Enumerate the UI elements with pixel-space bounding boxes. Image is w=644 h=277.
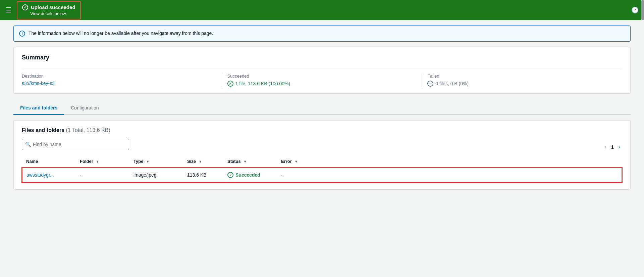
info-banner: i The information below will no longer b… bbox=[13, 26, 631, 42]
type-sort-icon: ▼ bbox=[146, 159, 150, 164]
row-check-icon bbox=[227, 172, 233, 178]
destination-link[interactable]: s3://kms-key-s3 bbox=[22, 81, 55, 86]
pagination-current: 1 bbox=[611, 144, 614, 150]
hamburger-icon[interactable]: ☰ bbox=[5, 6, 11, 14]
col-type-header[interactable]: Type ▼ bbox=[129, 155, 183, 168]
files-card-title: Files and folders (1 Total, 113.6 KB) bbox=[22, 127, 622, 133]
upload-notification: Upload succeeded View details below. bbox=[17, 1, 81, 19]
cell-size: 113.6 KB bbox=[183, 168, 223, 182]
files-table: Name Folder ▼ Type ▼ Size ▼ bbox=[22, 155, 622, 183]
status-succeeded-badge: Succeeded bbox=[227, 172, 273, 178]
notification-title: Upload succeeded bbox=[31, 4, 75, 10]
search-container: 🔍 bbox=[22, 139, 129, 150]
top-bar: ☰ Upload succeeded View details below. 🕐 bbox=[0, 0, 644, 20]
table-row: awsstudygr... - image/jpeg 113.6 KB Succ… bbox=[22, 168, 622, 182]
destination-col: Destination s3://kms-key-s3 bbox=[22, 74, 222, 87]
col-folder-header[interactable]: Folder ▼ bbox=[76, 155, 129, 168]
size-sort-icon: ▼ bbox=[199, 159, 202, 164]
summary-title: Summary bbox=[22, 54, 622, 61]
destination-label: Destination bbox=[22, 74, 216, 79]
failed-label: Failed bbox=[427, 74, 617, 79]
search-icon: 🔍 bbox=[25, 142, 31, 147]
files-card: Files and folders (1 Total, 113.6 KB) 🔍 … bbox=[13, 120, 631, 190]
summary-grid: Destination s3://kms-key-s3 Succeeded 1 … bbox=[22, 68, 622, 87]
failed-value: — 0 files, 0 B (0%) bbox=[427, 81, 617, 87]
clock-icon: 🕐 bbox=[631, 7, 639, 13]
success-circle-icon bbox=[22, 4, 28, 10]
file-name-link[interactable]: awsstudygr... bbox=[26, 172, 54, 178]
main-content: i The information below will no longer b… bbox=[0, 26, 644, 203]
cell-error: - bbox=[277, 168, 622, 182]
succeeded-label: Succeeded bbox=[227, 74, 417, 79]
status-sort-icon: ▼ bbox=[243, 159, 247, 164]
info-banner-text: The information below will no longer be … bbox=[29, 31, 213, 36]
notification-subtitle: View details below. bbox=[30, 11, 75, 16]
tabs-container: Files and folders Configuration bbox=[13, 102, 631, 115]
table-header-row-el: Name Folder ▼ Type ▼ Size ▼ bbox=[22, 155, 622, 168]
status-text: Succeeded bbox=[235, 172, 260, 178]
failed-col: Failed — 0 files, 0 B (0%) bbox=[422, 74, 622, 87]
succeeded-text: 1 file, 113.6 KB (100.00%) bbox=[235, 81, 290, 86]
succeeded-check-icon bbox=[227, 81, 233, 87]
cell-name: awsstudygr... bbox=[22, 168, 76, 182]
files-title-text: Files and folders bbox=[22, 127, 64, 133]
succeeded-col: Succeeded 1 file, 113.6 KB (100.00%) bbox=[222, 74, 422, 87]
col-status-header[interactable]: Status ▼ bbox=[223, 155, 277, 168]
cell-folder: - bbox=[76, 168, 129, 182]
summary-card: Summary Destination s3://kms-key-s3 Succ… bbox=[13, 47, 631, 94]
col-name-header: Name bbox=[22, 155, 76, 168]
failed-text: 0 files, 0 B (0%) bbox=[435, 81, 469, 86]
pagination: ‹ 1 › bbox=[603, 143, 622, 151]
pagination-prev-button[interactable]: ‹ bbox=[603, 143, 608, 151]
table-header-row: 🔍 ‹ 1 › bbox=[22, 139, 622, 155]
cell-type: image/jpeg bbox=[129, 168, 183, 182]
col-error-header[interactable]: Error ▼ bbox=[277, 155, 622, 168]
info-icon: i bbox=[19, 31, 25, 37]
failed-dash-icon: — bbox=[427, 81, 433, 87]
succeeded-value: 1 file, 113.6 KB (100.00%) bbox=[227, 81, 417, 87]
scrollbar-thumb[interactable] bbox=[641, 0, 644, 20]
pagination-next-button[interactable]: › bbox=[616, 143, 622, 151]
files-count: (1 Total, 113.6 KB) bbox=[66, 127, 110, 133]
folder-sort-icon: ▼ bbox=[96, 159, 99, 164]
destination-value: s3://kms-key-s3 bbox=[22, 81, 216, 86]
col-size-header[interactable]: Size ▼ bbox=[183, 155, 223, 168]
tab-files-folders[interactable]: Files and folders bbox=[13, 102, 64, 115]
search-input[interactable] bbox=[22, 139, 129, 150]
cell-status: Succeeded bbox=[223, 168, 277, 182]
top-bar-right: 🕐 bbox=[631, 6, 639, 14]
tab-configuration[interactable]: Configuration bbox=[64, 102, 105, 115]
error-sort-icon: ▼ bbox=[294, 159, 298, 164]
scrollbar-track[interactable] bbox=[641, 0, 644, 277]
